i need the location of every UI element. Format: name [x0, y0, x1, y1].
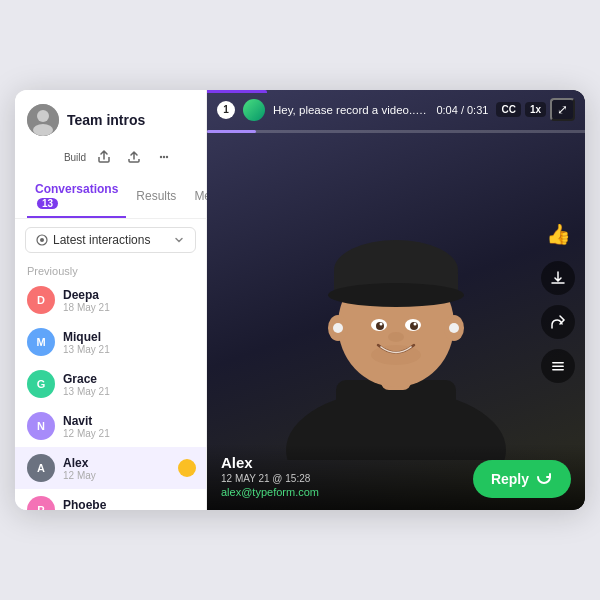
video-bottom-info: Alex 12 MAY 21 @ 15:28 alex@typeform.com…	[207, 444, 585, 510]
build-icon[interactable]: Build	[63, 146, 85, 168]
sidebar-avatar	[27, 104, 59, 136]
conv-name: Grace	[63, 372, 196, 386]
list-item[interactable]: M Miquel 13 May 21 ⋮	[15, 321, 206, 363]
progress-bar-fill	[207, 130, 256, 133]
menu-button[interactable]	[541, 349, 575, 383]
avatar: P	[27, 496, 55, 510]
conversation-list: D Deepa 18 May 21 ⋮ M Miquel 13 May 21 ⋮…	[15, 279, 206, 510]
conv-date: 13 May 21	[63, 386, 196, 397]
svg-rect-28	[552, 362, 564, 364]
speed-button[interactable]: 1x	[525, 102, 546, 117]
video-topbar: 1 Hey, please record a video.... (transc…	[207, 90, 585, 129]
svg-point-5	[163, 156, 165, 158]
video-panel: 1 Hey, please record a video.... (transc…	[207, 90, 585, 510]
app-window: Team intros Build Conversations13 Result…	[15, 90, 585, 510]
svg-point-2	[33, 124, 53, 136]
sidebar-header: Team intros	[15, 90, 206, 144]
share-button[interactable]	[541, 305, 575, 339]
emoji-reaction-button[interactable]: 👍	[541, 217, 575, 251]
tab-conversations[interactable]: Conversations13	[27, 176, 126, 218]
chevron-down-icon	[173, 234, 185, 246]
avatar: A	[27, 454, 55, 482]
svg-point-24	[380, 323, 383, 326]
section-label: Previously	[15, 261, 206, 279]
svg-point-18	[333, 323, 343, 333]
progress-bar-wrap[interactable]	[207, 130, 585, 133]
conv-date: 12 May 21	[63, 428, 196, 439]
list-item[interactable]: D Deepa 18 May 21 ⋮	[15, 279, 206, 321]
unread-indicator	[178, 459, 196, 477]
conv-date: 13 May 21	[63, 344, 196, 355]
svg-point-6	[166, 156, 168, 158]
svg-point-26	[371, 345, 421, 365]
progress-accent	[207, 90, 267, 93]
person-email: alex@typeform.com	[221, 486, 319, 498]
person-name: Alex	[221, 454, 319, 471]
conv-name: Miquel	[63, 330, 196, 344]
avatar: M	[27, 328, 55, 356]
sidebar-tabs: Conversations13 Results Metrics	[15, 176, 206, 219]
conv-name: Deepa	[63, 288, 196, 302]
sidebar-toolbar: Build	[15, 144, 206, 176]
avatar: G	[27, 370, 55, 398]
video-side-actions: 👍	[541, 217, 575, 383]
share-icon[interactable]	[93, 146, 115, 168]
question-text: Hey, please record a video.... (transcri…	[273, 104, 428, 116]
list-item[interactable]: G Grace 13 May 21 ⋮	[15, 363, 206, 405]
reply-icon	[535, 468, 553, 490]
conv-name: Alex	[63, 456, 170, 470]
list-item[interactable]: A Alex 12 May ⋮	[15, 447, 206, 489]
conv-name: Phoebe	[63, 498, 196, 511]
svg-point-19	[449, 323, 459, 333]
upload-icon[interactable]	[123, 146, 145, 168]
conv-date: 18 May 21	[63, 302, 196, 313]
svg-point-27	[388, 332, 404, 342]
conv-name: Navit	[63, 414, 196, 428]
step-badge: 1	[217, 101, 235, 119]
tab-results[interactable]: Results	[128, 183, 184, 211]
svg-point-4	[160, 156, 162, 158]
download-button[interactable]	[541, 261, 575, 295]
list-item[interactable]: N Navit 12 May 21 ⋮	[15, 405, 206, 447]
sidebar-title: Team intros	[67, 112, 145, 128]
person-info: Alex 12 MAY 21 @ 15:28 alex@typeform.com	[221, 454, 319, 498]
conv-date: 12 May	[63, 470, 170, 481]
svg-point-15	[328, 283, 464, 307]
sidebar: Team intros Build Conversations13 Result…	[15, 90, 207, 510]
svg-point-1	[37, 110, 49, 122]
svg-point-8	[40, 238, 44, 242]
reply-button[interactable]: Reply	[473, 460, 571, 498]
more-icon[interactable]	[153, 146, 175, 168]
fullscreen-button[interactable]: ⤢	[550, 98, 575, 121]
video-time: 0:04 / 0:31	[436, 104, 488, 116]
filter-button[interactable]: Latest interactions	[25, 227, 196, 253]
avatar: D	[27, 286, 55, 314]
svg-point-25	[414, 323, 417, 326]
list-item[interactable]: P Phoebe 11 May 21 ⋮	[15, 489, 206, 510]
cc-button[interactable]: CC	[496, 102, 520, 117]
avatar: N	[27, 412, 55, 440]
filter-bar: Latest interactions	[15, 219, 206, 261]
question-avatar	[243, 99, 265, 121]
video-controls: CC 1x ⤢	[496, 98, 575, 121]
svg-rect-29	[552, 366, 564, 368]
svg-rect-30	[552, 369, 564, 371]
person-date: 12 MAY 21 @ 15:28	[221, 473, 319, 484]
filter-label: Latest interactions	[53, 233, 150, 247]
